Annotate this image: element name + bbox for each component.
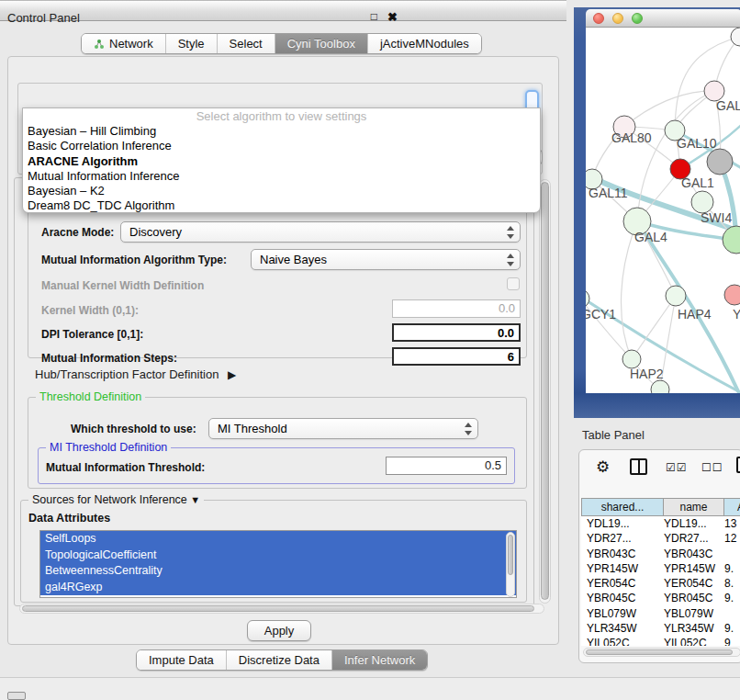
table-row[interactable]: YPR145WYPR145W9. (581, 561, 740, 576)
close-panel-icon[interactable]: ✖ (387, 10, 398, 24)
sources-group: Sources for Network Inference ▼ Data Att… (20, 500, 527, 603)
node-label-gal80: GAL80 (611, 130, 652, 145)
table-cell: 9. (719, 621, 740, 636)
which-threshold-value: MI Threshold (218, 422, 287, 435)
table-cell: YER054C (581, 576, 658, 591)
cyni-algorithm-settings-group: Cyni Algorithm Settings Algorithm Defini… (14, 177, 534, 606)
split-view-icon[interactable] (630, 458, 647, 475)
tab-infer-network-label: Infer Network (344, 653, 415, 667)
gear-icon[interactable]: ⚙ (596, 457, 610, 477)
network-node-gcy1[interactable] (586, 289, 589, 308)
table-horizontal-scrollbar[interactable] (583, 648, 740, 657)
tab-select[interactable]: Select (218, 34, 275, 53)
data-attribute-item[interactable]: BetweennessCentrality (40, 563, 516, 580)
hub-definition-toggle[interactable]: Hub/Transcription Factor Definition ▶ (35, 367, 236, 381)
table-cell: YBR045C (581, 591, 658, 605)
table-cell: YBL079W (658, 606, 719, 621)
control-panel-tabbar: Network Style Select Cyni Toolbox jActiv… (81, 33, 482, 54)
algorithm-option[interactable]: ARACNE Algorithm (23, 154, 540, 169)
table-row[interactable]: YLR345WYLR345W9. (581, 621, 740, 636)
settings-horizontal-scrollbar[interactable] (19, 604, 544, 614)
tab-discretize-data[interactable]: Discretize Data (227, 650, 332, 670)
tab-jactivemnodules[interactable]: jActiveMNodules (368, 34, 481, 53)
combo-stepper-icon (507, 226, 515, 239)
settings-vertical-scrollbar[interactable] (539, 179, 551, 604)
float-panel-icon[interactable]: □ (371, 10, 377, 23)
table-row[interactable]: YBL079WYBL079W (581, 606, 740, 621)
scrollbar-thumb[interactable] (508, 535, 513, 575)
apply-button[interactable]: Apply (247, 620, 311, 641)
node-label-gal4: GAL4 (634, 230, 667, 244)
table-row[interactable]: YBR045CYBR045C9. (581, 591, 740, 605)
select-all-checkboxes-icon[interactable]: ☑☑ (666, 461, 688, 474)
table-body[interactable]: YDL19...YDL19...13YDR27...YDR27...12YBR0… (581, 516, 740, 646)
table-cell: YPR145W (658, 561, 719, 576)
algorithm-option[interactable]: Bayesian – K2 (23, 184, 540, 198)
table-cell: YDR27... (658, 531, 719, 546)
mi-threshold-field[interactable]: 0.5 (386, 457, 507, 475)
network-node-y[interactable] (724, 285, 740, 305)
minimized-panel-button[interactable] (7, 692, 26, 700)
algorithm-option[interactable]: Mutual Information Inference (23, 169, 540, 184)
column-header-shared-name[interactable]: shared... (581, 498, 664, 516)
kernel-width-label: Kernel Width (0,1): (41, 304, 139, 317)
table-cell: YDR27... (581, 531, 658, 546)
zoom-window-icon[interactable] (632, 13, 643, 24)
tab-discretize-data-label: Discretize Data (239, 653, 320, 667)
document-icon[interactable] (736, 457, 740, 473)
table-cell: YBR043C (658, 547, 719, 561)
network-edge[interactable] (624, 91, 714, 127)
tab-style-label: Style (178, 37, 205, 51)
tab-style[interactable]: Style (166, 34, 218, 53)
close-window-icon[interactable] (593, 13, 604, 24)
tab-infer-network[interactable]: Infer Network (332, 650, 427, 670)
network-node-hap2[interactable] (622, 350, 641, 368)
minimize-window-icon[interactable] (612, 13, 623, 24)
which-threshold-combo[interactable]: MI Threshold (208, 418, 478, 439)
table-cell: YBL079W (581, 606, 658, 621)
network-node[interactable] (723, 226, 740, 254)
algorithm-dropdown-popup: Select algorithm to view settings Bayesi… (22, 107, 541, 213)
tab-impute-data[interactable]: Impute Data (137, 650, 227, 670)
scrollbar-thumb[interactable] (586, 649, 733, 655)
column-header-partial[interactable]: A (724, 498, 740, 516)
table-row[interactable]: YIL052CYIL052C9 (581, 636, 740, 646)
column-header-name[interactable]: name (664, 498, 724, 516)
data-attribute-item[interactable]: TopologicalCoefficient (40, 548, 516, 564)
table-row[interactable]: YER054CYER054C8. (581, 576, 740, 591)
mi-steps-field[interactable]: 6 (392, 347, 521, 366)
data-attributes-label: Data Attributes (28, 512, 110, 525)
algorithm-option[interactable]: Basic Correlation Inference (23, 139, 540, 153)
network-node-hap4[interactable] (666, 286, 686, 306)
sources-title: Sources for Network Inference ▼ (28, 493, 204, 506)
tab-cyni-toolbox[interactable]: Cyni Toolbox (275, 34, 368, 53)
scrollbar-thumb[interactable] (541, 182, 549, 600)
network-canvas[interactable]: GALGAL80GAL10GAL1GAL11SWI4GAL4GCY1HAP4YH… (586, 28, 740, 393)
data-attributes-list[interactable]: SelfLoopsTopologicalCoefficientBetweenne… (39, 530, 517, 598)
algorithm-option[interactable]: Bayesian – Hill Climbing (23, 124, 540, 139)
network-node[interactable] (707, 149, 733, 175)
manual-kernel-checkbox[interactable] (507, 277, 520, 290)
network-node[interactable] (651, 380, 669, 393)
table-row[interactable]: YDL19...YDL19...13 (581, 516, 740, 531)
expanded-arrow-icon[interactable]: ▼ (190, 494, 200, 505)
data-attribute-item[interactable]: SelfLoops (40, 531, 516, 548)
collapsed-arrow-icon: ▶ (228, 368, 236, 381)
mi-type-combo[interactable]: Naive Bayes (251, 249, 521, 270)
node-label-y: Y (733, 307, 740, 322)
deselect-all-checkboxes-icon[interactable]: ☐☐ (701, 461, 723, 474)
network-edge[interactable] (632, 296, 676, 359)
algorithm-option[interactable]: Dream8 DC_TDC Algorithm (23, 198, 540, 213)
network-window-titlebar[interactable] (586, 9, 740, 28)
bottom-divider (0, 677, 740, 700)
dpi-tolerance-field[interactable]: 0.0 (392, 323, 521, 342)
scrollbar-thumb[interactable] (22, 605, 534, 612)
attribute-list-scrollbar[interactable] (506, 532, 515, 597)
table-cell: YDL19... (658, 516, 719, 531)
table-row[interactable]: YDR27...YDR27...12 (581, 531, 740, 546)
table-row[interactable]: YBR043CYBR043C (581, 547, 740, 561)
tab-network[interactable]: Network (82, 34, 166, 53)
data-attribute-item[interactable]: gal4RGexp (40, 580, 516, 596)
aracne-mode-combo[interactable]: Discovery (120, 221, 521, 243)
network-node[interactable] (731, 28, 740, 46)
